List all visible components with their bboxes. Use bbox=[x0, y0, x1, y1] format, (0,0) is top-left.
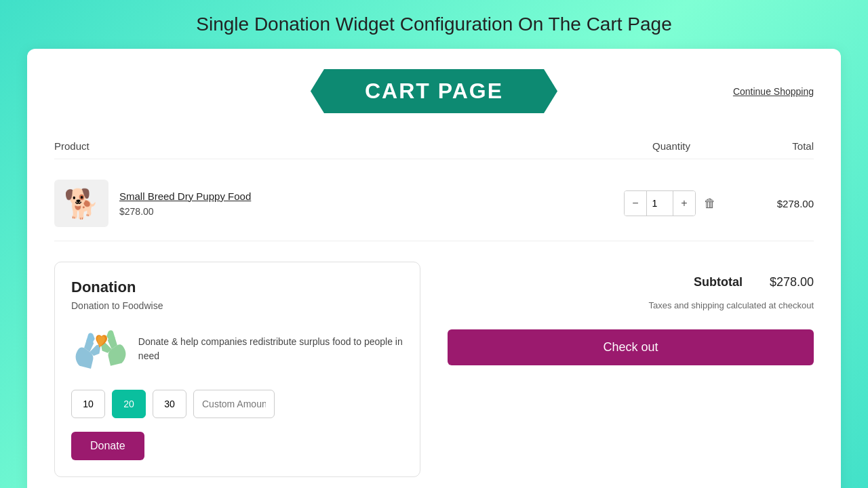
donation-title: Donation bbox=[71, 279, 403, 296]
donation-amounts: 10 20 30 bbox=[71, 390, 403, 418]
col-product-header: Product bbox=[54, 140, 610, 152]
product-total: $278.00 bbox=[732, 198, 814, 209]
page-title: Single Donation Widget Configuration On … bbox=[196, 14, 671, 35]
qty-decrease-button[interactable]: − bbox=[625, 191, 646, 216]
amount-btn-10[interactable]: 10 bbox=[71, 390, 105, 418]
subtotal-label: Subtotal bbox=[694, 275, 743, 289]
delete-item-button[interactable]: 🗑 bbox=[701, 194, 719, 214]
product-details: Small Breed Dry Puppy Food $278.00 bbox=[119, 190, 251, 217]
donation-widget: Donation Donation to Foodwise bbox=[54, 262, 420, 477]
qty-increase-button[interactable]: + bbox=[673, 191, 695, 216]
product-info: 🐕 Small Breed Dry Puppy Food $278.00 bbox=[54, 180, 610, 227]
donation-content: Donate & help companies redistribute sur… bbox=[71, 322, 403, 376]
col-total-header: Total bbox=[732, 140, 814, 152]
continue-shopping-button[interactable]: Continue Shopping bbox=[733, 86, 814, 97]
product-row: 🐕 Small Breed Dry Puppy Food $278.00 − +… bbox=[54, 166, 814, 241]
tax-note: Taxes and shipping calculated at checkou… bbox=[448, 300, 814, 310]
donation-description: Donate & help companies redistribute sur… bbox=[138, 335, 403, 363]
bottom-section: Donation Donation to Foodwise bbox=[54, 262, 814, 477]
qty-box: − + bbox=[624, 190, 696, 216]
table-header: Product Quantity Total bbox=[54, 134, 814, 159]
cart-container: CART PAGE Continue Shopping Product Quan… bbox=[27, 49, 841, 488]
donation-subtitle: Donation to Foodwise bbox=[71, 300, 403, 311]
product-image: 🐕 bbox=[54, 180, 108, 227]
amount-btn-30[interactable]: 30 bbox=[153, 390, 186, 418]
subtotal-value: $278.00 bbox=[770, 275, 814, 289]
cart-page-banner: CART PAGE bbox=[311, 69, 557, 113]
donation-hands-icon bbox=[71, 322, 127, 376]
order-summary: Subtotal $278.00 Taxes and shipping calc… bbox=[448, 262, 814, 477]
checkout-button[interactable]: Check out bbox=[448, 329, 814, 365]
product-price: $278.00 bbox=[119, 206, 251, 217]
amount-btn-20[interactable]: 20 bbox=[112, 390, 146, 418]
subtotal-row: Subtotal $278.00 bbox=[448, 275, 814, 289]
col-quantity-header: Quantity bbox=[610, 140, 732, 152]
cart-header: CART PAGE Continue Shopping bbox=[54, 69, 814, 113]
custom-amount-input[interactable] bbox=[193, 390, 275, 418]
donate-button[interactable]: Donate bbox=[71, 432, 144, 460]
product-name: Small Breed Dry Puppy Food bbox=[119, 190, 251, 202]
quantity-control: − + 🗑 bbox=[610, 190, 732, 216]
qty-input[interactable] bbox=[646, 191, 673, 216]
